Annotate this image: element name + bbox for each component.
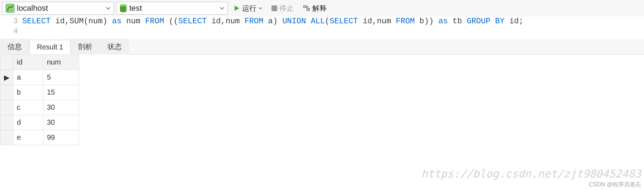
cell-id[interactable]: e (13, 130, 43, 145)
stop-label: 停止 (279, 4, 294, 13)
cell-num[interactable]: 5 (43, 70, 79, 85)
row-marker-header (0, 55, 13, 70)
database-dropdown[interactable]: test (116, 2, 228, 15)
row-marker: ▶ (0, 70, 13, 85)
svg-rect-0 (6, 4, 14, 13)
chevron-down-icon (106, 6, 111, 11)
row-marker (0, 130, 13, 145)
connection-icon (5, 4, 15, 13)
editor-code[interactable]: SELECT id,SUM(num) as num FROM ((SELECT … (22, 16, 644, 37)
cell-id[interactable]: b (13, 85, 43, 100)
cell-num[interactable]: 30 (43, 100, 79, 115)
code-line[interactable]: SELECT id,SUM(num) as num FROM ((SELECT … (22, 16, 644, 27)
run-button[interactable]: 运行 (230, 2, 266, 15)
column-header-id[interactable]: id (13, 55, 43, 70)
explain-button[interactable]: 解释 (299, 2, 330, 15)
row-marker (0, 100, 13, 115)
stop-icon (271, 5, 277, 11)
table-row[interactable]: b15 (0, 85, 79, 100)
chevron-down-icon (220, 6, 225, 11)
cell-num[interactable]: 30 (43, 115, 79, 130)
watermark: https://blog.csdn.net/zjt980452483 (421, 167, 641, 180)
result-body: ▶a5b15c30d30e99 (0, 70, 79, 145)
explain-label: 解释 (312, 4, 327, 13)
line-number: 4 (0, 27, 18, 37)
chevron-down-icon (259, 6, 262, 10)
explain-icon (303, 5, 310, 12)
database-icon (119, 4, 127, 13)
svg-point-2 (120, 4, 126, 6)
tab-result-1[interactable]: Result 1 (29, 40, 71, 54)
cell-num[interactable]: 15 (43, 85, 79, 100)
toolbar: localhost test 运行 停止 解释 (0, 0, 644, 16)
result-tabs: 信息Result 1剖析状态 (0, 39, 644, 54)
cell-id[interactable]: a (13, 70, 43, 85)
cell-id[interactable]: c (13, 100, 43, 115)
database-label: test (129, 4, 217, 13)
result-header-row: id num (0, 55, 79, 70)
tab-状态[interactable]: 状态 (100, 39, 129, 54)
svg-rect-3 (304, 6, 306, 8)
connection-label: localhost (17, 4, 104, 13)
stop-button[interactable]: 停止 (268, 2, 297, 15)
tab-剖析[interactable]: 剖析 (71, 39, 100, 54)
cell-id[interactable]: d (13, 115, 43, 130)
line-number: 3 (0, 16, 18, 27)
tab-信息[interactable]: 信息 (0, 39, 29, 54)
credit: CSDN @程序员老石 (589, 181, 641, 189)
play-icon (234, 5, 240, 11)
result-table: id num ▶a5b15c30d30e99 (0, 54, 79, 145)
table-row[interactable]: e99 (0, 130, 79, 145)
row-marker (0, 85, 13, 100)
row-marker (0, 115, 13, 130)
cell-num[interactable]: 99 (43, 130, 79, 145)
code-line[interactable] (22, 27, 644, 37)
svg-rect-4 (307, 9, 309, 10)
table-row[interactable]: ▶a5 (0, 70, 79, 85)
table-row[interactable]: d30 (0, 115, 79, 130)
editor-gutter: 34 (0, 16, 22, 37)
run-label: 运行 (242, 4, 256, 13)
column-header-num[interactable]: num (43, 55, 79, 70)
connection-dropdown[interactable]: localhost (2, 2, 114, 15)
sql-editor[interactable]: 34 SELECT id,SUM(num) as num FROM ((SELE… (0, 16, 644, 37)
table-row[interactable]: c30 (0, 100, 79, 115)
